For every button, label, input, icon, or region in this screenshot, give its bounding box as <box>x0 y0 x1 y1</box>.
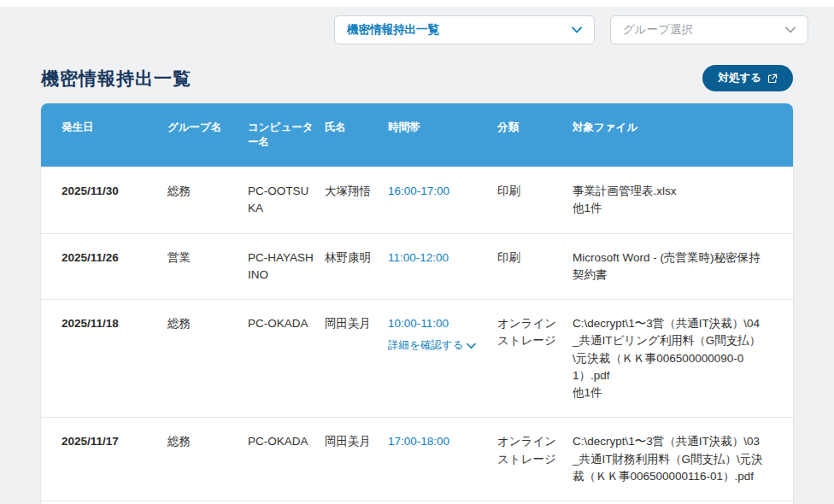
col-header-category: 分類 <box>497 120 573 149</box>
cell-date: 2025/11/26 <box>62 249 167 267</box>
page-header: 機密情報持出一覧 対処する <box>41 65 793 91</box>
col-header-date: 発生日 <box>62 120 167 149</box>
time-range-link[interactable]: 16:00-17:00 <box>388 185 449 197</box>
cell-file: C:\decrypt\1〜3営（共通IT決裁）\04_共通ITビリング利用料（G… <box>573 315 772 401</box>
date-text: 2025/11/17 <box>62 435 119 448</box>
group-select-placeholder: グループ選択 <box>623 22 693 38</box>
export-list-table: 発生日 グループ名 コンピューター名 氏名 時間帯 分類 対象ファイル 2025… <box>41 103 793 504</box>
cell-time: 10:00-11:00詳細を確認する <box>388 315 497 354</box>
chevron-down-icon <box>785 26 796 33</box>
time-range-link[interactable]: 10:00-11:00 <box>388 317 449 330</box>
cell-group: 総務 <box>167 315 248 332</box>
cell-computer: PC-OKADA <box>248 433 325 450</box>
cell-file: Microsoft Word - (売営業時)秘密保持契約書 <box>573 249 772 284</box>
col-header-group: グループ名 <box>167 120 248 149</box>
top-strip <box>0 0 834 7</box>
cell-name: 岡田美月 <box>325 315 388 332</box>
date-text: 2025/11/18 <box>62 317 119 330</box>
time-range-link[interactable]: 11:00-12:00 <box>388 251 449 264</box>
cell-file: 事業計画管理表.xlsx他1件 <box>573 183 772 218</box>
table-row: 2025/11/17総務PC-OKADA岡田美月17:00-18:00オンライン… <box>41 417 793 501</box>
table-header-row: 発生日 グループ名 コンピューター名 氏名 時間帯 分類 対象ファイル <box>41 103 793 167</box>
handle-button-label: 対処する <box>718 71 761 85</box>
topbar: 機密情報持出一覧 グループ選択 <box>0 7 834 50</box>
cell-group: 総務 <box>167 433 248 450</box>
report-select-value: 機密情報持出一覧 <box>347 22 439 38</box>
cell-computer: PC-OOTSUKA <box>248 183 325 218</box>
cell-category: 印刷 <box>497 249 573 267</box>
page-title: 機密情報持出一覧 <box>41 67 191 91</box>
col-header-file: 対象ファイル <box>573 120 772 149</box>
cell-category: オンラインストレージ <box>497 315 573 350</box>
report-select[interactable]: 機密情報持出一覧 <box>334 15 595 44</box>
table-body: 2025/11/30総務PC-OOTSUKA大塚翔悟16:00-17:00印刷事… <box>41 167 793 504</box>
date-text: 2025/11/30 <box>62 185 119 197</box>
cell-group: 総務 <box>167 183 248 200</box>
page-content: 機密情報持出一覧 対処する 発生日 グループ名 コンピューター名 氏名 時間帯 … <box>0 50 834 504</box>
cell-category: 印刷 <box>497 183 573 200</box>
table-row: 2025/11/16総務PC-OKADA岡田美月17:00-18:00オンライン… <box>41 501 793 504</box>
cell-time: 11:00-12:00 <box>388 249 497 267</box>
cell-date: 2025/11/17 <box>62 433 167 450</box>
cell-group: 営業 <box>167 249 248 267</box>
table-row: 2025/11/26営業PC-HAYASHINO林野康明11:00-12:00印… <box>41 233 793 300</box>
external-link-icon <box>767 73 778 84</box>
cell-time: 17:00-18:00 <box>388 433 497 450</box>
cell-computer: PC-HAYASHINO <box>248 249 325 284</box>
table-row: 2025/11/18総務PC-OKADA岡田美月10:00-11:00詳細を確認… <box>41 299 793 417</box>
file-name-line: C:\decrypt\1〜3営（共通IT決裁）\03_共通IT財務利用料（G間支… <box>573 433 764 485</box>
file-name-line: 他1件 <box>573 384 764 401</box>
file-name-line: Microsoft Word - (売営業時)秘密保持契約書 <box>573 249 764 284</box>
cell-computer: PC-OKADA <box>248 315 325 332</box>
cell-file: C:\decrypt\1〜3営（共通IT決裁）\03_共通IT財務利用料（G間支… <box>573 433 772 485</box>
file-name-line: 他1件 <box>573 200 764 217</box>
handle-button[interactable]: 対処する <box>702 65 793 91</box>
cell-date: 2025/11/30 <box>62 183 167 200</box>
chevron-down-icon <box>572 26 582 33</box>
time-range-link[interactable]: 17:00-18:00 <box>388 435 449 448</box>
date-text: 2025/11/26 <box>62 251 119 264</box>
cell-date: 2025/11/18 <box>62 315 167 332</box>
group-select[interactable]: グループ選択 <box>610 15 808 44</box>
cell-category: オンラインストレージ <box>497 433 573 468</box>
cell-name: 岡田美月 <box>325 433 388 450</box>
file-name-line: C:\decrypt\1〜3営（共通IT決裁）\04_共通ITビリング利用料（G… <box>573 315 764 384</box>
detail-toggle-link[interactable]: 詳細を確認する <box>388 337 489 354</box>
file-name-line: 事業計画管理表.xlsx <box>573 183 764 200</box>
chevron-down-icon <box>467 343 476 349</box>
cell-time: 16:00-17:00 <box>388 183 497 200</box>
col-header-computer: コンピューター名 <box>248 120 325 149</box>
cell-name: 林野康明 <box>325 249 388 267</box>
col-header-name: 氏名 <box>325 120 388 149</box>
cell-name: 大塚翔悟 <box>325 183 388 200</box>
col-header-time: 時間帯 <box>388 120 497 149</box>
table-row: 2025/11/30総務PC-OOTSUKA大塚翔悟16:00-17:00印刷事… <box>41 167 793 233</box>
